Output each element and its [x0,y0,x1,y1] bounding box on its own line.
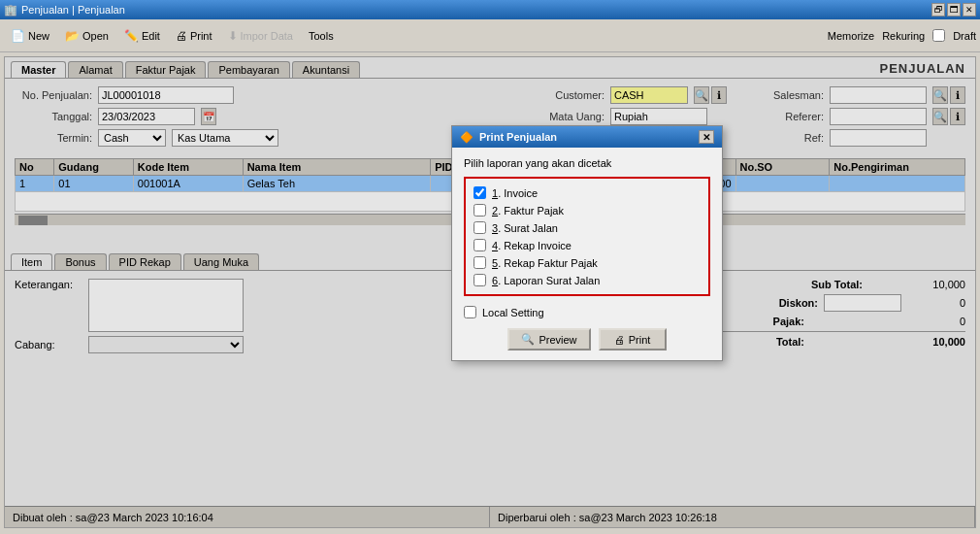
checkbox-rekap-invoice[interactable] [474,239,486,251]
new-button[interactable]: New [4,23,56,49]
print-dialog-label: Print [629,334,651,346]
preview-icon: 🔍 [521,333,535,346]
local-setting-row: Local Setting [464,306,710,318]
checkbox-faktur-pajak[interactable] [474,204,486,217]
label-surat-jalan: 3. Surat Jalan [492,222,558,234]
dialog-buttons: 🔍 Preview 🖨 Print [464,328,710,350]
preview-button[interactable]: 🔍 Preview [507,328,590,350]
label-rekap-faktur-pajak: 5. Rekap Faktur Pajak [492,257,598,269]
preview-label: Preview [539,334,576,346]
dialog-body: Pilih laporan yang akan dicetak 1. Invoi… [452,148,722,360]
toolbar: New Open Edit Print Impor Data Tools Mem… [0,19,980,52]
option-faktur-pajak: 2. Faktur Pajak [474,204,701,217]
edit-button[interactable]: Edit [117,23,167,49]
option-invoice: 1. Invoice [474,186,701,199]
rekuring-checkbox[interactable] [932,29,945,42]
dialog-close-btn[interactable]: ✕ [699,130,714,144]
print-button[interactable]: Print [169,23,219,49]
import-button[interactable]: Impor Data [221,23,300,49]
memorize-label: Memorize [828,30,874,42]
app-icon: 🏢 [4,4,17,17]
dialog-icon: 🔶 [460,131,474,144]
checkbox-invoice[interactable] [474,186,486,199]
main-area: PENJUALAN Master Alamat Faktur Pajak Pem… [4,56,976,528]
draft-label: Draft [953,30,976,42]
option-rekap-faktur-pajak: 5. Rekap Faktur Pajak [474,256,701,269]
print-dialog-icon: 🖨 [614,334,625,346]
local-setting-label: Local Setting [482,307,544,318]
local-setting: Local Setting [464,306,544,318]
title-bar: 🏢 Penjualan | Penjualan 🗗 🗖 ✕ [0,0,980,19]
import-icon [228,29,238,43]
new-icon [11,29,25,43]
dialog-overlay: 🔶 Print Penjualan ✕ Pilih laporan yang a… [5,57,975,527]
checkbox-rekap-faktur-pajak[interactable] [474,256,486,269]
rekuring-check[interactable] [932,29,945,42]
dialog-title-text: Print Penjualan [479,131,557,143]
edit-icon [124,29,139,43]
open-button[interactable]: Open [58,23,115,49]
tools-button[interactable]: Tools [302,23,341,49]
label-invoice: 1. Invoice [492,187,538,199]
print-dialog-button[interactable]: 🖨 Print [599,328,667,350]
print-dialog: 🔶 Print Penjualan ✕ Pilih laporan yang a… [451,125,723,361]
label-laporan-surat-jalan: 6. Laporan Surat Jalan [492,275,600,286]
title-text: Penjualan | Penjualan [21,4,125,16]
label-rekap-invoice: 4. Rekap Invoice [492,240,572,251]
print-icon [176,29,187,43]
maximize-btn[interactable]: 🗖 [947,3,961,17]
checkbox-laporan-surat-jalan[interactable] [474,274,486,286]
window-controls: 🗗 🗖 ✕ [931,3,976,17]
restore-btn[interactable]: 🗗 [931,3,945,17]
toolbar-right: Memorize Rekuring Draft [828,29,976,42]
local-setting-checkbox[interactable] [464,306,476,318]
label-faktur-pajak: 2. Faktur Pajak [492,205,564,217]
option-laporan-surat-jalan: 6. Laporan Surat Jalan [474,274,701,286]
checkbox-surat-jalan[interactable] [474,221,486,234]
option-rekap-invoice: 4. Rekap Invoice [474,239,701,251]
dialog-title-bar: 🔶 Print Penjualan ✕ [452,126,722,148]
dialog-subtitle: Pilih laporan yang akan dicetak [464,157,710,169]
close-btn[interactable]: ✕ [963,3,976,17]
option-surat-jalan: 3. Surat Jalan [474,221,701,234]
open-icon [65,29,80,43]
dialog-options: 1. Invoice 2. Faktur Pajak 3. Surat Jala… [464,177,710,296]
rekuring-label: Rekuring [882,30,925,42]
